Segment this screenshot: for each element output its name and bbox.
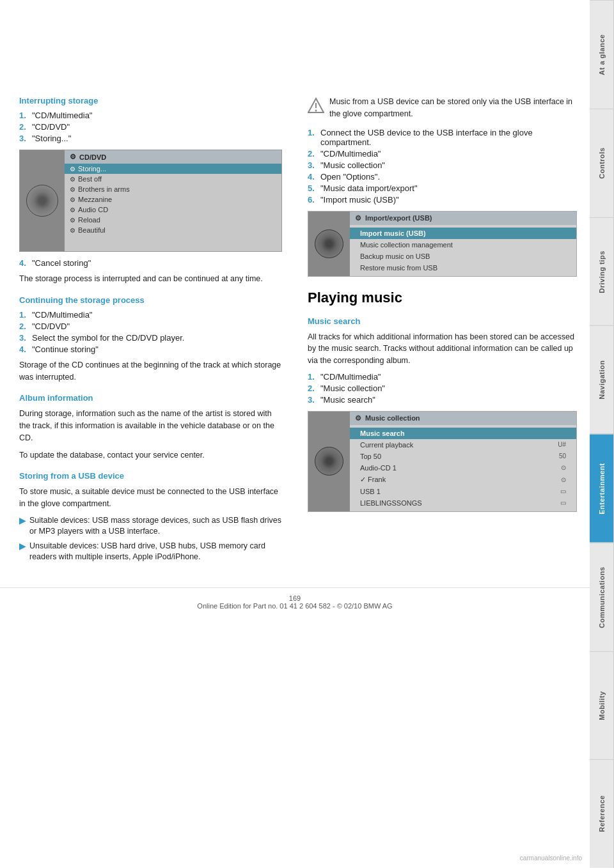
cd-menu-item-brothers[interactable]: ⚙ Brothers in arms xyxy=(65,184,281,194)
ss-item-collection-mgmt[interactable]: Music collection management xyxy=(350,239,576,251)
cd-menu-title: CD/DVD xyxy=(79,153,106,161)
step-num: 3. xyxy=(19,134,29,143)
step-text: "CD/DVD" xyxy=(32,322,70,331)
list-item: 4. Open "Options". xyxy=(308,172,577,182)
step-num: 1. xyxy=(19,111,29,120)
ss-item-audiocd1[interactable]: Audio-CD 1 ⊙ xyxy=(350,462,576,474)
gear-icon: ⚙ xyxy=(70,227,75,234)
import-export-screenshot: ⚙ Import/export (USB) Import music (USB)… xyxy=(308,211,577,277)
cd-menu-item-bestoff[interactable]: ⚙ Best off xyxy=(65,174,281,184)
step-text: "Import music (USB)" xyxy=(320,195,399,205)
music-search-body: All tracks for which additional informat… xyxy=(308,331,577,367)
cd-menu-header: ⚙ CD/DVD xyxy=(65,150,281,164)
step-text: "Music collection" xyxy=(320,160,385,170)
sidebar-tab-mobility[interactable]: Mobility xyxy=(590,651,614,760)
list-item: ▶ Unsuitable devices: USB hard drive, US… xyxy=(19,541,282,563)
sidebar-tab-controls[interactable]: Controls xyxy=(590,109,614,217)
right-column: Music from a USB device can be stored on… xyxy=(295,89,590,575)
ss-item-label: Current playback xyxy=(360,441,413,449)
note-box: Music from a USB device can be stored on… xyxy=(308,96,577,120)
ss-item-backup-music[interactable]: Backup music on USB xyxy=(350,251,576,262)
ss-item-label: LIEBLINGSSONGS xyxy=(360,499,422,507)
music-collection-title: Music collection xyxy=(365,414,420,422)
list-item: 4. "Continue storing" xyxy=(19,345,282,354)
ss-item-lieblingssongs[interactable]: LIEBLINGSSONGS ▭ xyxy=(350,497,576,509)
main-content: Interrupting storage 1. "CD/Multimedia" … xyxy=(0,0,590,868)
list-item: 2. "CD/DVD" xyxy=(19,322,282,331)
ss-item-current-playback[interactable]: Current playback U# xyxy=(350,439,576,451)
gear-icon: ⚙ xyxy=(70,166,75,173)
list-item: 2. "CD/Multimedia" xyxy=(308,149,577,159)
gear-icon: ⚙ xyxy=(355,414,361,422)
step-num: 1. xyxy=(308,372,318,382)
ss-item-usb1[interactable]: USB 1 ▭ xyxy=(350,486,576,497)
list-item: 2. "CD/DVD" xyxy=(19,122,282,132)
cd-menu-item-mezzanine[interactable]: ⚙ Mezzanine xyxy=(65,194,281,205)
interrupting-storage-heading: Interrupting storage xyxy=(19,96,282,105)
connect-steps: 1. Connect the USB device to the USB int… xyxy=(308,128,577,205)
cd-menu-item-audiocd[interactable]: ⚙ Audio CD xyxy=(65,205,281,215)
sidebar-tab-driving-tips[interactable]: Driving tips xyxy=(590,217,614,326)
svg-point-2 xyxy=(315,110,317,112)
ss-item-top50[interactable]: Top 50 50 xyxy=(350,451,576,462)
step-num: 2. xyxy=(19,322,29,331)
bullet-arrow-list: ▶ Suitable devices: USB mass storage dev… xyxy=(19,515,282,563)
left-column: Interrupting storage 1. "CD/Multimedia" … xyxy=(0,89,295,575)
step-text: "Music data import/export" xyxy=(320,183,418,193)
sidebar-tab-entertainment[interactable]: Entertainment xyxy=(590,434,614,543)
list-item: 3. "Music collection" xyxy=(308,160,577,170)
step-text: Select the symbol for the CD/DVD player. xyxy=(32,333,184,343)
step-text: "CD/Multimedia" xyxy=(320,149,381,159)
step-num: 1. xyxy=(308,128,318,147)
interrupting-body: The storage process is interrupted and c… xyxy=(19,273,282,285)
cd-menu-item-beautiful[interactable]: ⚙ Beautiful xyxy=(65,225,281,235)
list-item: 1. "CD/Multimedia" xyxy=(19,111,282,120)
cd-item-label: Brothers in arms xyxy=(78,185,130,193)
arrow-icon: ▶ xyxy=(19,516,26,538)
sidebar-tab-navigation[interactable]: Navigation xyxy=(590,325,614,434)
step-num: 3. xyxy=(308,160,318,170)
ss-item-import-music[interactable]: Import music (USB) xyxy=(350,228,576,239)
ss-item-label: Audio-CD 1 xyxy=(360,464,397,472)
ss-item-frank[interactable]: ✓ Frank ⊙ xyxy=(350,474,576,486)
ss-item-label: Music search xyxy=(360,430,405,437)
ss-item-right: ⊙ xyxy=(561,476,566,483)
step-text: "CD/DVD" xyxy=(32,122,70,132)
step-text: "Continue storing" xyxy=(32,345,98,354)
ss-item-music-search[interactable]: Music search xyxy=(350,428,576,439)
page-number: 169 xyxy=(289,594,301,602)
music-search-heading: Music search xyxy=(308,316,577,326)
step-num: 2. xyxy=(308,384,318,393)
storing-usb-body: To store music, a suitable device must b… xyxy=(19,486,282,510)
step-num: 3. xyxy=(308,395,318,405)
step-num: 5. xyxy=(308,183,318,193)
step-text: "Storing..." xyxy=(32,134,71,143)
edition-text: Online Edition for Part no. 01 41 2 604 … xyxy=(197,602,392,610)
list-item: 6. "Import music (USB)" xyxy=(308,195,577,205)
cd-menu-item-storing[interactable]: ⚙ Storing... xyxy=(65,164,281,174)
sidebar-tab-at-a-glance[interactable]: At a glance xyxy=(590,0,614,109)
sidebar-tab-reference[interactable]: Reference xyxy=(590,759,614,868)
step-text: "Cancel storing" xyxy=(32,258,91,268)
list-item: 1. "CD/Multimedia" xyxy=(308,372,577,382)
step-num: 4. xyxy=(19,345,29,354)
list-item: ▶ Suitable devices: USB mass storage dev… xyxy=(19,515,282,538)
step-num: 1. xyxy=(19,310,29,320)
step-text: "CD/Multimedia" xyxy=(32,111,92,120)
continuing-body: Storage of the CD continues at the begin… xyxy=(19,359,282,384)
music-search-steps: 1. "CD/Multimedia" 2. "Music collection"… xyxy=(308,372,577,405)
list-item: 1. "CD/Multimedia" xyxy=(19,310,282,320)
music-collection-header: ⚙ Music collection xyxy=(350,412,576,425)
ss-item-right: U# xyxy=(558,441,566,448)
step-text: "CD/Multimedia" xyxy=(32,310,92,320)
sidebar-tab-communications[interactable]: Communications xyxy=(590,543,614,651)
watermark: carmanualsonline.info xyxy=(520,855,582,862)
step-num: 4. xyxy=(308,172,318,182)
ss-item-label: ✓ Frank xyxy=(360,476,386,484)
step-text: "Music search" xyxy=(320,395,375,405)
album-information-heading: Album information xyxy=(19,393,282,403)
cd-menu-item-reload[interactable]: ⚙ Reload xyxy=(65,215,281,225)
step-num: 6. xyxy=(308,195,318,205)
ss-item-restore-music[interactable]: Restore music from USB xyxy=(350,262,576,274)
storing-usb-heading: Storing from a USB device xyxy=(19,471,282,481)
